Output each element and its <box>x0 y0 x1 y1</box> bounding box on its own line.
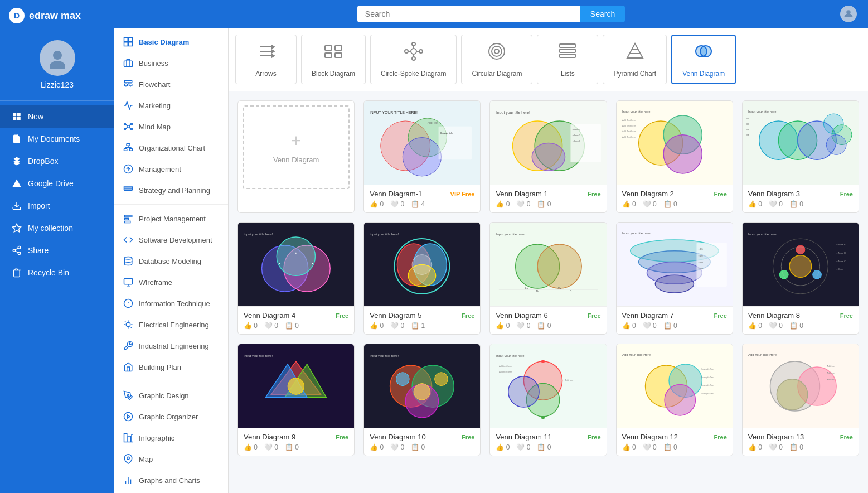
sidebar-item-share[interactable]: Share <box>0 239 114 262</box>
svg-point-80 <box>405 50 408 53</box>
template-name: Venn Diagram 7 <box>622 311 674 320</box>
template-vd3[interactable]: Input your title here! Add Text here Add… <box>616 100 733 213</box>
diagram-type-pyramid[interactable]: Pyramid Chart <box>603 35 667 84</box>
template-vd1[interactable]: INPUT YOUR TITLE HERE! Add Text Diagram … <box>363 100 481 213</box>
diagram-type-lists[interactable]: Lists <box>537 35 598 84</box>
header-user-icon[interactable] <box>840 6 857 22</box>
svg-text:Input your title here!: Input your title here! <box>244 354 273 357</box>
template-vd4[interactable]: Input your title here! 01 02 03 04 <box>742 100 859 213</box>
svg-text:Input your title here!: Input your title here! <box>496 354 526 357</box>
svg-text:Input your title here!: Input your title here! <box>244 233 273 236</box>
search-input[interactable] <box>357 6 580 22</box>
diagram-type-block[interactable]: Block Diagram <box>301 35 366 84</box>
svg-line-11 <box>15 251 18 253</box>
preview-vd6: Input your title here! <box>364 223 480 306</box>
template-info-vd4: Venn Diagram 3 Free 👍 0 🤍 0 📋 0 <box>743 185 859 212</box>
template-info-vd10: Venn Diagram 9 Free 👍 0 🤍 0 📋 0 <box>238 428 354 456</box>
sec-item-electrical[interactable]: Electrical Engineering <box>114 314 228 335</box>
sec-item-wireframe[interactable]: Wireframe <box>114 272 228 293</box>
likes-stat: 👍 0 <box>748 322 762 330</box>
template-info-vd1: Venn Diagram-1 VIP Free 👍 0 🤍 0 📋 4 <box>364 185 480 212</box>
sec-item-flowchart[interactable]: Flowchart <box>114 74 228 95</box>
template-vd14[interactable]: Add Your Title Here Add text Add text Ad… <box>742 344 859 456</box>
sec-item-map[interactable]: Map <box>114 448 228 470</box>
template-vd13[interactable]: Add Your Title Here Example Text Example… <box>616 344 733 456</box>
diagram-type-circle-spoke[interactable]: Circle-Spoke Diagram <box>370 35 457 84</box>
sidebar-item-dropbox[interactable]: DropBox <box>0 150 114 172</box>
dropbox-icon <box>11 156 22 167</box>
svg-point-61 <box>127 457 130 460</box>
svg-line-51 <box>125 321 125 322</box>
secondary-sidebar: Basic Diagram Business Flowchart Marketi… <box>114 28 229 493</box>
sidebar-item-recycle-bin[interactable]: Recycle Bin <box>0 262 114 284</box>
svg-rect-21 <box>129 84 132 86</box>
svg-text:Add text here: Add text here <box>498 364 512 367</box>
svg-text:● Item 3: ● Item 3 <box>572 139 580 142</box>
template-vd6[interactable]: Input your title here! Venn Diagram 5 <box>363 222 481 335</box>
venn-label: Venn Diagram <box>682 70 725 78</box>
sidebar-item-my-collection[interactable]: My collection <box>0 217 114 239</box>
svg-point-208 <box>777 379 807 409</box>
sec-item-building[interactable]: Building Plan <box>114 356 228 378</box>
main-nav: New My Documents DropBox Google Drive Im… <box>0 101 114 288</box>
svg-point-185 <box>435 372 448 385</box>
sec-item-strategy[interactable]: Strategy and Planning <box>114 180 228 201</box>
sec-item-graphs[interactable]: Graphs and Charts <box>114 470 228 491</box>
svg-rect-18 <box>124 61 133 67</box>
svg-text:Input your title here!: Input your title here! <box>748 233 778 236</box>
sidebar-item-google-drive[interactable]: Google Drive <box>0 172 114 195</box>
sec-item-graphic-design[interactable]: Graphic Design <box>114 385 228 406</box>
sidebar-item-my-documents[interactable]: My Documents <box>0 128 114 150</box>
sec-item-info-technique[interactable]: Information Technique <box>114 293 228 314</box>
sec-item-infographic[interactable]: Infographic <box>114 427 228 448</box>
sec-item-industrial[interactable]: Industrial Engineering <box>114 335 228 356</box>
svg-point-24 <box>131 123 133 125</box>
copies-stat: 📋 1 <box>411 322 425 330</box>
free-badge: Free <box>462 312 474 319</box>
sec-item-mind-map[interactable]: Mind Map <box>114 116 228 137</box>
template-info-vd7: Venn Diagram 6 Free 👍 0 🤍 0 📋 0 <box>490 306 606 334</box>
circle-spoke-label: Circle-Spoke Diagram <box>381 70 446 78</box>
search-button[interactable]: Search <box>580 6 625 22</box>
diagram-type-circular[interactable]: Circular Diagram <box>461 35 532 84</box>
template-vd5[interactable]: Input your title here! ● ● ● <box>237 222 355 335</box>
template-vd8[interactable]: Input your title here! ○ D1 ○ D2 ○ D3 ○ … <box>616 222 733 335</box>
template-vd11[interactable]: Input your title here! Ven <box>363 344 481 456</box>
sec-label: Infographic <box>139 434 174 442</box>
diagram-type-venn[interactable]: Venn Diagram <box>671 35 736 84</box>
sec-item-management[interactable]: Management <box>114 158 228 180</box>
new-template-card[interactable]: + Venn Diagram <box>237 100 355 213</box>
template-vd10[interactable]: Input your title here! Venn Diagram 9 Fr… <box>237 344 355 456</box>
sec-item-marketing[interactable]: Marketing <box>114 95 228 116</box>
template-vd12[interactable]: Input your title here! Add text here Add… <box>489 344 607 456</box>
dropbox-label: DropBox <box>28 157 58 166</box>
svg-text:Example Text: Example Text <box>701 384 714 386</box>
plus-icon: + <box>291 130 302 151</box>
sec-label: Graphs and Charts <box>139 476 200 485</box>
template-vd7[interactable]: Input your title here! A+ B- C+ D <box>489 222 607 335</box>
template-vd9[interactable]: Input your title here! ● Node A <box>742 222 859 335</box>
user-profile[interactable]: Lizzie123 <box>0 31 114 101</box>
template-info-vd14: Venn Diagram 13 Free 👍 0 🤍 0 📋 0 <box>743 428 859 456</box>
sidebar-item-new[interactable]: New <box>0 105 114 128</box>
diagram-type-arrows[interactable]: Arrows <box>235 35 297 84</box>
free-badge: Free <box>840 434 853 441</box>
sec-item-database[interactable]: Database Modeling <box>114 250 228 272</box>
sec-item-graphic-organizer[interactable]: Graphic Organizer <box>114 406 228 427</box>
svg-point-25 <box>124 128 126 130</box>
svg-point-8 <box>18 246 21 249</box>
template-vd2[interactable]: Input your title here! ● Item 1 ● Item 2… <box>489 100 607 213</box>
svg-rect-72 <box>335 46 342 50</box>
hearts-stat: 🤍 0 <box>390 443 404 451</box>
sec-item-project-management[interactable]: Project Management <box>114 208 228 229</box>
sec-item-business[interactable]: Business <box>114 52 228 74</box>
arrows-icon <box>256 41 276 65</box>
svg-text:● Item 2: ● Item 2 <box>572 133 580 136</box>
sec-item-basic-diagram[interactable]: Basic Diagram <box>114 31 228 52</box>
sidebar-item-import[interactable]: Import <box>0 195 114 217</box>
sec-item-org-chart[interactable]: Organizational Chart <box>114 137 228 158</box>
svg-text:03: 03 <box>746 128 749 130</box>
svg-point-75 <box>411 49 416 54</box>
svg-point-85 <box>492 46 502 56</box>
sec-item-software-dev[interactable]: Software Development <box>114 229 228 250</box>
